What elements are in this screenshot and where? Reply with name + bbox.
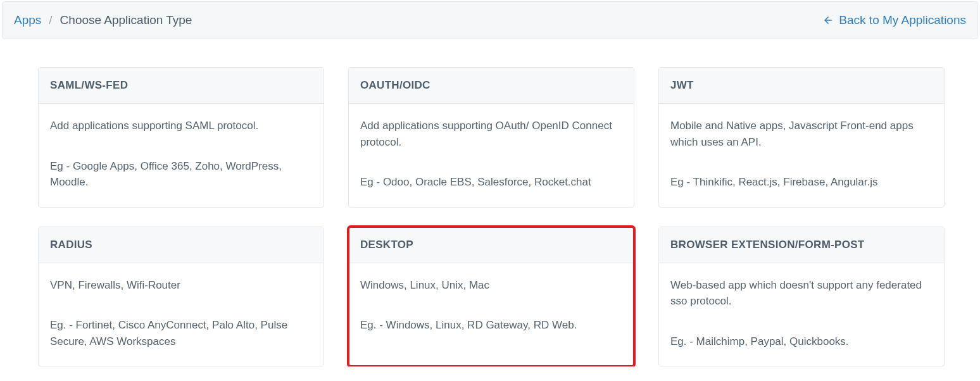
card-body: VPN, Firewalls, Wifi-Router Eg. - Fortin… bbox=[39, 263, 324, 366]
card-examples: Eg - Thinkific, React.js, Firebase, Angu… bbox=[670, 174, 933, 190]
card-examples: Eg. - Fortinet, Cisco AnyConnect, Palo A… bbox=[50, 317, 312, 349]
card-examples: Eg - Odoo, Oracle EBS, Salesforce, Rocke… bbox=[360, 174, 622, 190]
card-examples: Eg. - Mailchimp, Paypal, Quickbooks. bbox=[670, 334, 933, 350]
card-saml-ws-fed[interactable]: SAML/WS-FED Add applications supporting … bbox=[38, 67, 324, 208]
card-oauth-oidc[interactable]: OAUTH/OIDC Add applications supporting O… bbox=[348, 67, 634, 208]
card-title: JWT bbox=[659, 68, 944, 104]
back-to-applications-label: Back to My Applications bbox=[839, 13, 966, 27]
back-to-applications-link[interactable]: Back to My Applications bbox=[822, 13, 966, 27]
card-description: Windows, Linux, Unix, Mac bbox=[360, 277, 622, 294]
card-body: Windows, Linux, Unix, Mac Eg. - Windows,… bbox=[349, 263, 634, 350]
card-body: Web-based app which doesn't support any … bbox=[659, 263, 944, 366]
card-examples: Eg - Google Apps, Office 365, Zoho, Word… bbox=[50, 158, 312, 190]
card-body: Add applications supporting SAML protoco… bbox=[39, 104, 324, 207]
card-jwt[interactable]: JWT Mobile and Native apps, Javascript F… bbox=[658, 67, 945, 208]
card-title: OAUTH/OIDC bbox=[349, 68, 634, 104]
card-body: Add applications supporting OAuth/ OpenI… bbox=[349, 104, 634, 207]
card-title: SAML/WS-FED bbox=[39, 68, 324, 104]
card-desktop[interactable]: DESKTOP Windows, Linux, Unix, Mac Eg. - … bbox=[348, 227, 634, 367]
card-body: Mobile and Native apps, Javascript Front… bbox=[659, 104, 944, 207]
card-description: Add applications supporting SAML protoco… bbox=[50, 118, 312, 134]
card-description: VPN, Firewalls, Wifi-Router bbox=[50, 277, 312, 294]
card-title: DESKTOP bbox=[349, 227, 634, 263]
card-description: Web-based app which doesn't support any … bbox=[670, 277, 933, 309]
card-radius[interactable]: RADIUS VPN, Firewalls, Wifi-Router Eg. -… bbox=[38, 227, 324, 367]
breadcrumb-separator: / bbox=[49, 13, 52, 27]
breadcrumb-current: Choose Application Type bbox=[60, 13, 192, 27]
card-description: Mobile and Native apps, Javascript Front… bbox=[670, 118, 933, 150]
arrow-left-icon bbox=[822, 15, 834, 26]
card-examples: Eg. - Windows, Linux, RD Gateway, RD Web… bbox=[360, 317, 622, 334]
breadcrumb: Apps / Choose Application Type bbox=[14, 13, 192, 27]
card-title: RADIUS bbox=[39, 227, 324, 263]
card-description: Add applications supporting OAuth/ OpenI… bbox=[360, 118, 622, 150]
top-bar: Apps / Choose Application Type Back to M… bbox=[2, 1, 978, 39]
card-title: BROWSER EXTENSION/FORM-POST bbox=[659, 227, 944, 263]
card-browser-extension[interactable]: BROWSER EXTENSION/FORM-POST Web-based ap… bbox=[658, 227, 945, 367]
app-type-grid: SAML/WS-FED Add applications supporting … bbox=[0, 39, 980, 366]
breadcrumb-root-link[interactable]: Apps bbox=[14, 13, 41, 27]
